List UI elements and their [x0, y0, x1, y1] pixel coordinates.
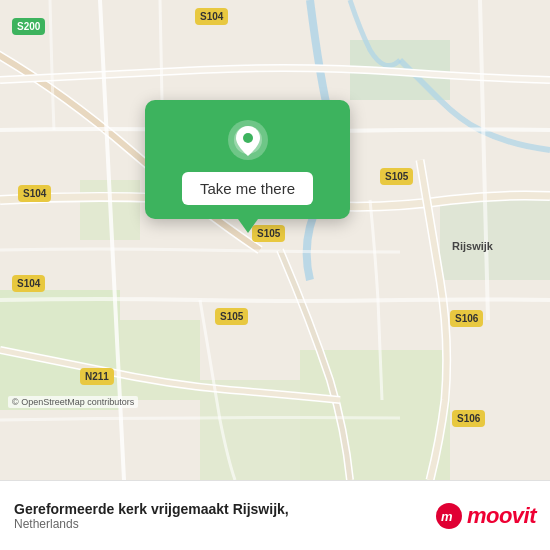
- location-pin-icon: [226, 118, 270, 162]
- moovit-text: moovit: [467, 503, 536, 529]
- badge-s106b: S106: [452, 410, 485, 427]
- badge-s105c: S105: [215, 308, 248, 325]
- take-me-there-button[interactable]: Take me there: [182, 172, 313, 205]
- location-info: Gereformeerde kerk vrijgemaakt Rijswijk,…: [14, 501, 289, 531]
- moovit-logo: m moovit: [435, 502, 536, 530]
- badge-s200: S200: [12, 18, 45, 35]
- badge-s105a: S105: [380, 168, 413, 185]
- map-container: S200 S104 S104 S104 S105 S105 S105 S106 …: [0, 0, 550, 480]
- badge-s106a: S106: [450, 310, 483, 327]
- badge-n211: N211: [80, 368, 114, 385]
- popup-card: Take me there: [145, 100, 350, 219]
- osm-credit: © OpenStreetMap contributors: [8, 396, 138, 408]
- badge-s104c: S104: [12, 275, 45, 292]
- info-bar: Gereformeerde kerk vrijgemaakt Rijswijk,…: [0, 480, 550, 550]
- badge-s104a: S104: [195, 8, 228, 25]
- rijswijk-label: Rijswijk: [452, 240, 493, 252]
- location-title: Gereformeerde kerk vrijgemaakt Rijswijk,: [14, 501, 289, 517]
- svg-text:m: m: [441, 509, 453, 524]
- moovit-icon: m: [435, 502, 463, 530]
- svg-point-10: [243, 133, 253, 143]
- badge-s104b: S104: [18, 185, 51, 202]
- location-subtitle: Netherlands: [14, 517, 289, 531]
